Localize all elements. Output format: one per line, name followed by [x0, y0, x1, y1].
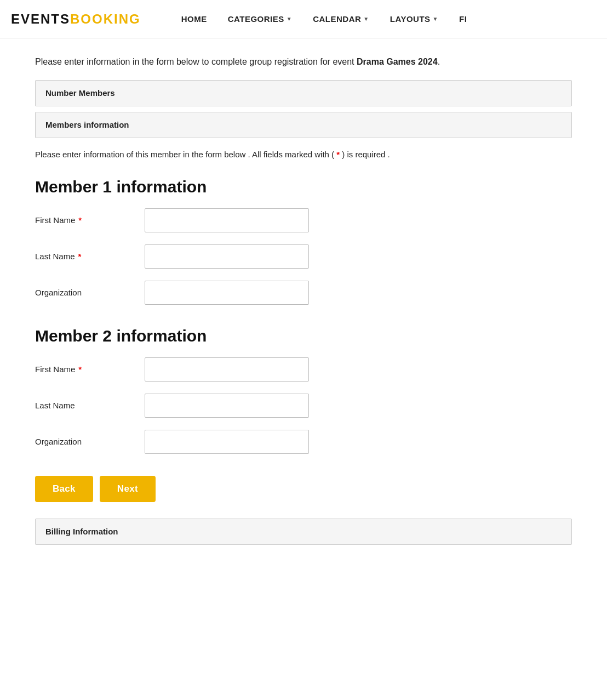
member-2-lastname-group: Last Name: [35, 394, 572, 418]
member-1-heading: Member 1 information: [35, 178, 572, 196]
member-2-organization-group: Organization: [35, 430, 572, 454]
navbar: EVENTSBOOKING HOME CATEGORIES ▼ CALENDAR…: [0, 0, 607, 38]
member-1-organization-group: Organization: [35, 281, 572, 305]
next-button[interactable]: Next: [100, 476, 156, 502]
member-2-organization-input[interactable]: [145, 430, 309, 454]
nav-fi-label: FI: [459, 14, 467, 24]
nav-categories-label: CATEGORIES: [228, 14, 284, 24]
site-logo[interactable]: EVENTSBOOKING: [11, 12, 141, 27]
member-1-firstname-label: First Name *: [35, 215, 145, 225]
nav-home-label: HOME: [181, 14, 207, 24]
chevron-down-icon: ▼: [363, 16, 369, 22]
member-2-heading: Member 2 information: [35, 327, 572, 345]
member-2-lastname-label: Last Name: [35, 401, 145, 410]
member-1-firstname-input[interactable]: [145, 208, 309, 232]
member-2-organization-label: Organization: [35, 437, 145, 446]
number-members-box: Number Members: [35, 80, 572, 106]
intro-text: Please enter information in the form bel…: [35, 55, 572, 69]
nav-links: HOME CATEGORIES ▼ CALENDAR ▼ LAYOUTS ▼ F…: [174, 10, 475, 28]
nav-categories[interactable]: CATEGORIES ▼: [220, 10, 300, 28]
member-2-lastname-input[interactable]: [145, 394, 309, 418]
required-star-note: *: [336, 150, 340, 159]
nav-home[interactable]: HOME: [174, 10, 215, 28]
required-star-icon: *: [78, 365, 82, 374]
member-2-firstname-group: First Name *: [35, 357, 572, 382]
billing-information-box: Billing Information: [35, 519, 572, 545]
logo-booking: BOOKING: [70, 12, 141, 26]
nav-layouts-label: LAYOUTS: [390, 14, 431, 24]
button-row: Back Next: [35, 476, 572, 502]
main-content: Please enter information in the form bel…: [24, 38, 583, 567]
nav-fi[interactable]: FI: [451, 10, 474, 28]
nav-calendar-label: CALENDAR: [313, 14, 361, 24]
member-2-section: Member 2 information First Name * Last N…: [35, 327, 572, 454]
members-information-title: Members information: [45, 120, 129, 129]
member-1-organization-input[interactable]: [145, 281, 309, 305]
nav-calendar[interactable]: CALENDAR ▼: [305, 10, 377, 28]
back-button[interactable]: Back: [35, 476, 93, 502]
chevron-down-icon: ▼: [433, 16, 438, 22]
member-2-firstname-label: First Name *: [35, 365, 145, 374]
member-1-firstname-group: First Name *: [35, 208, 572, 232]
event-name: Drama Games 2024: [357, 57, 438, 66]
required-note: Please enter information of this member …: [35, 148, 572, 161]
member-1-lastname-label: Last Name *: [35, 252, 145, 261]
billing-information-title: Billing Information: [45, 527, 118, 536]
logo-events: EVENTS: [11, 12, 70, 26]
nav-layouts[interactable]: LAYOUTS ▼: [382, 10, 446, 28]
member-1-lastname-input[interactable]: [145, 244, 309, 269]
member-2-firstname-input[interactable]: [145, 357, 309, 382]
member-1-organization-label: Organization: [35, 288, 145, 297]
members-information-box: Members information: [35, 112, 572, 138]
required-star-icon: *: [78, 215, 82, 225]
chevron-down-icon: ▼: [287, 16, 292, 22]
member-1-section: Member 1 information First Name * Last N…: [35, 178, 572, 305]
required-star-icon: *: [78, 252, 82, 261]
number-members-title: Number Members: [45, 88, 115, 98]
member-1-lastname-group: Last Name *: [35, 244, 572, 269]
